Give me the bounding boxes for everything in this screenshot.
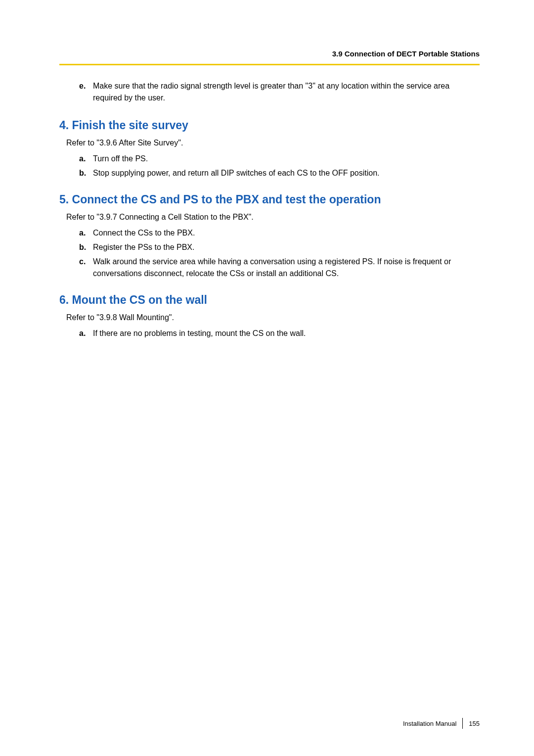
list-text: Connect the CSs to the PBX. <box>93 227 480 239</box>
list-marker: a. <box>79 328 93 339</box>
sub-list: a. Turn off the PS. b. Stop supplying po… <box>79 153 480 179</box>
footer-divider <box>462 718 463 729</box>
footer-manual-label: Installation Manual <box>403 720 456 727</box>
list-marker: a. <box>79 153 93 165</box>
list-item: c. Walk around the service area while ha… <box>79 256 480 280</box>
list-item: a. If there are no problems in testing, … <box>79 328 480 339</box>
list-item: a. Connect the CSs to the PBX. <box>79 227 480 239</box>
sub-list: a. If there are no problems in testing, … <box>79 328 480 339</box>
list-item: a. Turn off the PS. <box>79 153 480 165</box>
list-text: Register the PSs to the PBX. <box>93 241 480 253</box>
footer-page-number: 155 <box>469 720 480 727</box>
section-title: 6. Mount the CS on the wall <box>59 293 480 307</box>
refer-text: Refer to "3.9.7 Connecting a Cell Statio… <box>66 211 480 223</box>
continued-sub-list: e. Make sure that the radio signal stren… <box>79 80 480 104</box>
refer-text: Refer to "3.9.6 After Site Survey". <box>66 137 480 149</box>
list-item: e. Make sure that the radio signal stren… <box>79 80 480 104</box>
continued-list-item: e. Make sure that the radio signal stren… <box>79 80 480 104</box>
list-text: Turn off the PS. <box>93 153 480 165</box>
list-marker: a. <box>79 227 93 239</box>
section-title: 4. Finish the site survey <box>59 119 480 132</box>
list-item: b. Register the PSs to the PBX. <box>79 241 480 253</box>
list-marker: e. <box>79 80 93 104</box>
list-text: Make sure that the radio signal strength… <box>93 80 480 104</box>
list-item: b. Stop supplying power, and return all … <box>79 167 480 179</box>
section-6: 6. Mount the CS on the wall Refer to "3.… <box>59 293 480 339</box>
list-text: If there are no problems in testing, mou… <box>93 328 480 339</box>
sub-list: a. Connect the CSs to the PBX. b. Regist… <box>79 227 480 280</box>
section-title: 5. Connect the CS and PS to the PBX and … <box>59 193 480 206</box>
list-text: Walk around the service area while havin… <box>93 256 480 280</box>
refer-text: Refer to "3.9.8 Wall Mounting". <box>66 312 480 324</box>
list-marker: c. <box>79 256 93 280</box>
list-marker: b. <box>79 167 93 179</box>
list-marker: b. <box>79 241 93 253</box>
list-text: Stop supplying power, and return all DIP… <box>93 167 480 179</box>
document-page: 3.9 Connection of DECT Portable Stations… <box>0 0 534 756</box>
section-4: 4. Finish the site survey Refer to "3.9.… <box>59 119 480 179</box>
section-5: 5. Connect the CS and PS to the PBX and … <box>59 193 480 280</box>
header-section-label: 3.9 Connection of DECT Portable Stations <box>59 49 480 58</box>
header-rule <box>59 64 480 65</box>
page-footer: Installation Manual 155 <box>403 718 480 729</box>
